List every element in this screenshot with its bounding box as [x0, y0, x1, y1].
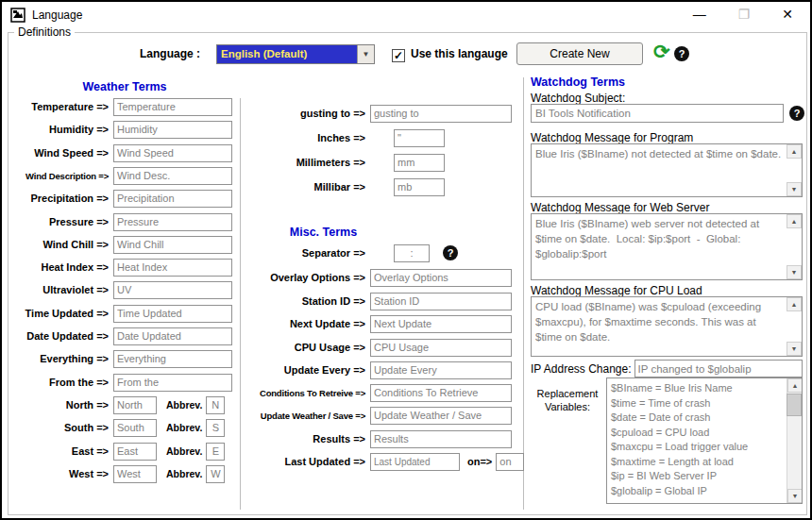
list-item[interactable]: $maxtime = Length at load	[611, 455, 786, 470]
chevron-down-icon[interactable]: ▼	[357, 45, 374, 63]
scroll-down-icon[interactable]: ▼	[787, 265, 802, 279]
temperature-input[interactable]	[113, 98, 232, 116]
scroll-up-icon[interactable]: ▲	[787, 214, 802, 228]
watchdog-program-text: Blue Iris ($BIname) not detected at $tim…	[532, 144, 802, 163]
list-item[interactable]: $cpuload = CPU load	[611, 426, 786, 441]
watchdog-terms-title: Watchdog Terms	[531, 75, 625, 89]
inches-label: Inches =>	[245, 132, 370, 143]
field-row: Date Updated =>	[19, 326, 232, 346]
maximize-button[interactable]: ❐	[738, 6, 751, 23]
refresh-icon[interactable]: ⟳	[653, 41, 670, 63]
temperature-label: Temperature =>	[19, 101, 113, 112]
list-item[interactable]: $globalip = Global IP	[611, 484, 786, 499]
results-input[interactable]	[370, 430, 512, 448]
date-updated-input[interactable]	[113, 327, 232, 345]
gusting-to-input[interactable]	[370, 105, 512, 123]
use-language-checkbox[interactable]: ✓	[392, 49, 405, 62]
south-input[interactable]	[113, 419, 157, 437]
field-row: Results =>	[245, 428, 512, 449]
last-updated-label: Last Updated =>	[245, 456, 370, 467]
west-abbrev-input[interactable]	[206, 465, 225, 483]
scroll-up-icon[interactable]: ▲	[787, 144, 802, 159]
list-item[interactable]: $date = Date of crash	[611, 411, 786, 426]
overlay-options-label: Overlay Options =>	[245, 272, 370, 283]
time-updated-input[interactable]	[113, 305, 232, 323]
south-abbrev-input[interactable]	[206, 419, 225, 437]
create-new-button[interactable]: Create New	[516, 42, 643, 65]
results-label: Results =>	[245, 433, 370, 445]
language-select[interactable]: English (Default) ▼	[216, 44, 375, 64]
field-row: Inches =>	[245, 127, 445, 148]
watchdog-webserver-textarea[interactable]: Blue Iris ($BIname) web server not detec…	[531, 213, 803, 280]
overlay-options-input[interactable]	[370, 269, 512, 287]
station-id-input[interactable]	[370, 293, 512, 310]
conditions-to-retrieve-input[interactable]	[370, 384, 512, 402]
field-row: Next Update =>	[245, 313, 512, 334]
app-icon	[10, 8, 25, 23]
cpu-usage-input[interactable]	[370, 339, 512, 357]
ip-address-change-input[interactable]	[634, 360, 803, 377]
humidity-label: Humidity =>	[19, 124, 113, 135]
next-update-input[interactable]	[370, 315, 512, 333]
separator-input[interactable]	[394, 244, 430, 262]
language-window: Language — ❐ ✕ Definitions Language : En…	[0, 0, 812, 520]
heat-index-input[interactable]	[113, 259, 232, 277]
wind-speed-input[interactable]	[113, 144, 232, 162]
help-icon-separator[interactable]: ?	[443, 245, 458, 260]
watchdog-cpu-textarea[interactable]: CPU load ($BIname) was $cpuload (exceedi…	[531, 296, 803, 357]
scroll-down-icon[interactable]: ▼	[787, 182, 802, 196]
north-input[interactable]	[113, 396, 157, 414]
close-button[interactable]: ✕	[782, 6, 793, 23]
minimize-button[interactable]: —	[693, 6, 706, 23]
field-row: Last Updated => on=>	[245, 451, 524, 472]
window-title: Language	[32, 8, 82, 22]
wind-chill-input[interactable]	[113, 236, 232, 254]
millibar-input[interactable]	[394, 178, 445, 196]
pressure-label: Pressure =>	[19, 216, 113, 227]
field-row: Precipitation =>	[19, 188, 232, 209]
ultraviolet-input[interactable]	[113, 281, 232, 299]
help-icon-watchdog[interactable]: ?	[789, 106, 804, 121]
replacement-variables-list: $BIname = Blue Iris Name $time = Time of…	[607, 379, 786, 498]
field-row: Update Every =>	[245, 360, 512, 380]
scroll-up-icon[interactable]: ▲	[787, 297, 802, 311]
definitions-label: Definitions	[14, 25, 75, 39]
west-input[interactable]	[113, 465, 157, 483]
misc-terms-title: Misc. Terms	[245, 226, 401, 239]
from-the-input[interactable]	[113, 374, 232, 392]
scrollbar-thumb[interactable]	[787, 394, 802, 416]
everything-input[interactable]	[113, 350, 232, 368]
watchdog-subject-input[interactable]	[531, 104, 784, 123]
scroll-down-icon[interactable]: ▼	[787, 342, 802, 356]
scroll-up-icon[interactable]: ▲	[787, 378, 803, 393]
help-icon-toolbar[interactable]: ?	[674, 46, 689, 61]
humidity-input[interactable]	[113, 121, 232, 139]
last-updated-input[interactable]	[370, 453, 460, 471]
replacement-variables-listbox[interactable]: $BIname = Blue Iris Name $time = Time of…	[606, 377, 803, 504]
precipitation-label: Precipitation =>	[19, 193, 113, 204]
use-language-label: Use this langauge	[411, 47, 508, 60]
update-weather-save-input[interactable]	[370, 407, 512, 425]
list-item[interactable]: $time = Time of crash	[611, 396, 786, 411]
list-item[interactable]: $BIname = Blue Iris Name	[611, 381, 786, 396]
wind-description-input[interactable]	[113, 167, 232, 185]
field-row: Separator => ?	[245, 243, 458, 263]
field-row: Wind Speed =>	[19, 143, 232, 163]
listbox-scrollbar[interactable]: ▲ ▼	[787, 378, 802, 503]
language-label: Language :	[140, 47, 200, 60]
precipitation-input[interactable]	[113, 190, 232, 208]
scroll-down-icon[interactable]: ▼	[787, 489, 803, 503]
pressure-input[interactable]	[113, 213, 232, 231]
field-row: Heat Index =>	[19, 257, 232, 277]
watchdog-program-textarea[interactable]: Blue Iris ($BIname) not detected at $tim…	[531, 143, 803, 197]
east-input[interactable]	[113, 443, 157, 461]
list-item[interactable]: $ip = BI Web Server IP	[611, 469, 786, 484]
east-abbrev-input[interactable]	[206, 443, 225, 461]
inches-input[interactable]	[394, 129, 445, 147]
wind-speed-label: Wind Speed =>	[19, 147, 113, 159]
list-item[interactable]: $maxcpu = Load trigger value	[611, 440, 786, 455]
last-updated-on-input[interactable]	[496, 453, 524, 471]
update-every-input[interactable]	[370, 361, 512, 379]
north-abbrev-input[interactable]	[206, 396, 225, 414]
millimeters-input[interactable]	[394, 154, 445, 172]
